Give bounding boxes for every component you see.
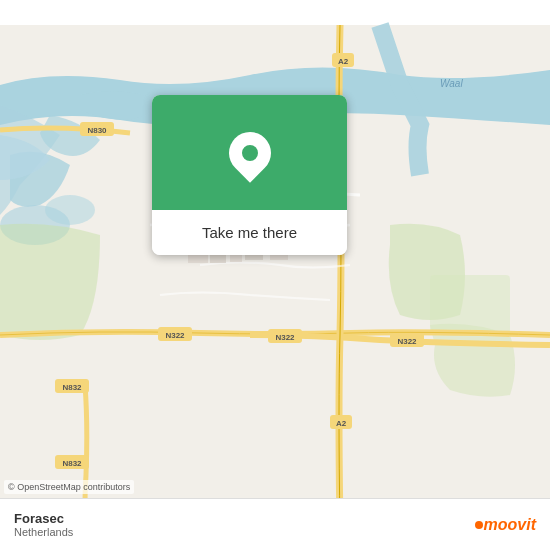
moovit-logo-text: moovit xyxy=(484,516,536,534)
location-country: Netherlands xyxy=(14,526,73,538)
svg-rect-15 xyxy=(210,255,226,263)
svg-text:Waal: Waal xyxy=(440,78,463,89)
svg-text:N322: N322 xyxy=(397,337,417,346)
svg-text:N830: N830 xyxy=(87,126,107,135)
bottom-bar: Forasec Netherlands moovit xyxy=(0,498,550,550)
osm-attribution: © OpenStreetMap contributors xyxy=(4,480,134,494)
svg-text:N832: N832 xyxy=(62,383,82,392)
map-svg: N830 N830 A2 A2 Waal N322 N322 N322 N832… xyxy=(0,0,550,550)
svg-text:A2: A2 xyxy=(338,57,349,66)
popup-card: Take me there xyxy=(152,95,347,255)
svg-text:N322: N322 xyxy=(275,333,295,342)
svg-text:N832: N832 xyxy=(62,459,82,468)
svg-point-2 xyxy=(45,195,95,225)
svg-rect-3 xyxy=(430,275,510,335)
map-container[interactable]: N830 N830 A2 A2 Waal N322 N322 N322 N832… xyxy=(0,0,550,550)
svg-text:N322: N322 xyxy=(165,331,185,340)
location-pin-icon xyxy=(220,123,279,182)
moovit-logo: moovit xyxy=(475,516,536,534)
location-name: Forasec xyxy=(14,511,73,526)
svg-text:A2: A2 xyxy=(336,419,347,428)
popup-green-area xyxy=(152,95,347,210)
location-info: Forasec Netherlands xyxy=(14,511,73,538)
moovit-dot-icon xyxy=(475,521,483,529)
take-me-there-button[interactable]: Take me there xyxy=(152,210,347,255)
